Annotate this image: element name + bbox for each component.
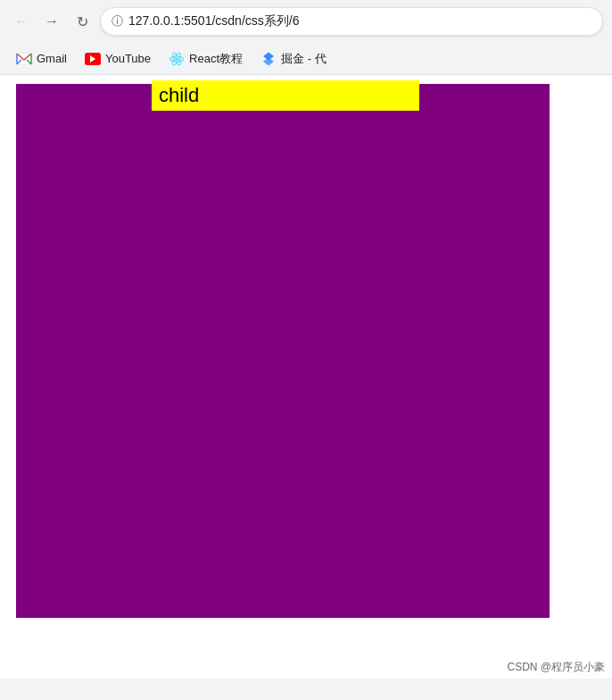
forward-icon: →: [45, 13, 59, 29]
bookmark-gmail[interactable]: Gmail: [9, 47, 74, 71]
gmail-icon: [16, 51, 32, 67]
bookmark-react[interactable]: React教程: [161, 47, 250, 71]
watermark: CSDN @程序员小豪: [507, 660, 605, 675]
nav-bar: ← → ↻ ⓘ 127.0.0.1:5501/csdn/css系列/6: [0, 0, 612, 43]
gmail-label: Gmail: [37, 52, 67, 65]
juejin-icon: [261, 51, 277, 67]
bookmark-youtube[interactable]: YouTube: [78, 48, 158, 69]
child-text: child: [159, 84, 199, 106]
address-bar[interactable]: ⓘ 127.0.0.1:5501/csdn/css系列/6: [100, 7, 603, 36]
bookmark-juejin[interactable]: 掘金 - 代: [253, 47, 334, 71]
juejin-label: 掘金 - 代: [281, 51, 327, 67]
forward-button[interactable]: →: [39, 9, 64, 34]
browser-chrome: ← → ↻ ⓘ 127.0.0.1:5501/csdn/css系列/6: [0, 0, 612, 679]
youtube-icon: [85, 53, 101, 65]
bookmarks-bar: Gmail YouTube React教程: [0, 43, 612, 75]
svg-point-0: [175, 57, 178, 61]
child-box: child: [152, 80, 419, 111]
parent-box: child: [16, 84, 550, 618]
lock-icon: ⓘ: [112, 13, 123, 29]
reload-button[interactable]: ↻: [70, 9, 95, 34]
url-text: 127.0.0.1:5501/csdn/css系列/6: [128, 13, 299, 29]
react-label: React教程: [189, 51, 243, 67]
react-icon: [169, 51, 185, 67]
reload-icon: ↻: [77, 13, 88, 30]
watermark-text: CSDN @程序员小豪: [507, 661, 605, 673]
back-icon: ←: [14, 13, 29, 29]
page-content: child CSDN @程序员小豪: [0, 75, 612, 679]
back-button[interactable]: ←: [9, 9, 34, 34]
youtube-label: YouTube: [105, 52, 151, 65]
